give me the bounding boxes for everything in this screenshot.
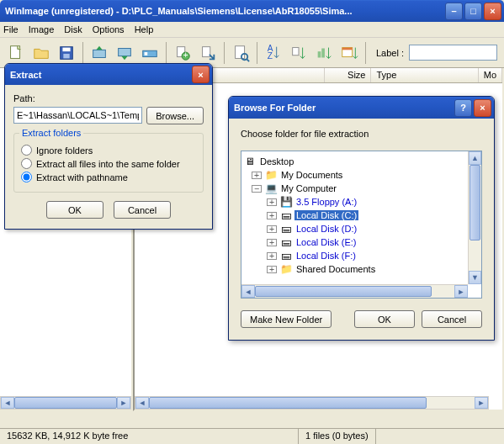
main-titlebar: WinImage (unregistered) - D:\PLC_Manuals…	[0, 0, 504, 22]
sort-name-icon[interactable]	[288, 42, 310, 64]
svg-text:+: +	[183, 50, 188, 60]
expand-icon[interactable]: +	[267, 252, 277, 260]
write-disk-icon[interactable]	[114, 42, 135, 64]
scroll-right-icon[interactable]: ►	[454, 285, 468, 298]
extract-folders-group: Extract folders Ignore folders Extract a…	[13, 133, 204, 193]
svg-rect-2	[62, 47, 70, 51]
tree-vscroll[interactable]: ▲▼	[468, 151, 481, 284]
browse-cancel-button[interactable]: Cancel	[422, 310, 482, 328]
tree-shared[interactable]: +📁Shared Documents	[243, 262, 480, 276]
desktop-icon: 🖥	[243, 155, 257, 168]
path-label: Path:	[13, 93, 204, 103]
tree-mycomp[interactable]: −💻My Computer	[243, 182, 480, 195]
path-input[interactable]	[13, 107, 142, 124]
browse-title: Browse For Folder	[234, 103, 454, 113]
disk-icon: 🖴	[279, 209, 293, 222]
col-mod[interactable]: Mo	[479, 68, 502, 82]
make-folder-button[interactable]: Make New Folder	[241, 310, 332, 328]
tree-mydocs[interactable]: +📁My Documents	[243, 168, 480, 182]
sort-size-icon[interactable]	[313, 42, 335, 64]
folder-icon: 📁	[279, 262, 293, 276]
sort-date-icon[interactable]	[338, 42, 360, 64]
minimize-button[interactable]: –	[445, 3, 463, 20]
tree-cdisk[interactable]: +🖴Local Disk (C:)	[243, 209, 480, 222]
new-icon[interactable]	[5, 42, 27, 64]
tree-fdisk[interactable]: +🖴Local Disk (F:)	[243, 249, 480, 262]
scroll-right-icon[interactable]: ►	[117, 397, 130, 409]
svg-rect-19	[321, 48, 325, 57]
browse-close-button[interactable]: ×	[474, 99, 491, 117]
menu-file[interactable]: File	[3, 24, 19, 34]
tree-desktop[interactable]: 🖥Desktop	[243, 155, 480, 168]
tree-ddisk[interactable]: +🖴Local Disk (D:)	[243, 222, 480, 235]
extract-close-button[interactable]: ×	[192, 66, 210, 83]
status-right: 1 files (0 bytes)	[299, 429, 376, 444]
tree-floppy[interactable]: +💾3.5 Floppy (A:)	[243, 195, 480, 209]
col-size[interactable]: Size	[325, 68, 371, 82]
browse-hint: Choose folder for file extraction	[241, 129, 482, 139]
radio-ignore[interactable]: Ignore folders	[21, 145, 196, 156]
help-button[interactable]: ?	[454, 99, 472, 117]
svg-rect-11	[203, 46, 210, 56]
scroll-left-icon[interactable]: ◄	[241, 285, 255, 298]
browse-ok-button[interactable]: OK	[354, 310, 415, 328]
radio-pathname[interactable]: Extract with pathname	[21, 172, 196, 182]
extract-ok-button[interactable]: OK	[46, 201, 103, 219]
close-button[interactable]: ×	[484, 3, 501, 20]
disk-icon: 🖴	[279, 249, 293, 262]
expand-icon[interactable]: +	[267, 225, 277, 233]
svg-rect-17	[293, 47, 299, 55]
open-icon[interactable]	[30, 42, 52, 64]
statusbar: 15632 KB, 14,912 K byte free 1 files (0 …	[0, 428, 504, 444]
window-title: WinImage (unregistered) - D:\PLC_Manuals…	[5, 6, 445, 16]
collapse-icon[interactable]: −	[252, 185, 262, 193]
svg-rect-3	[63, 53, 69, 57]
floppy-icon: 💾	[279, 195, 293, 209]
svg-rect-4	[93, 50, 106, 57]
extract-dialog: Extract × Path: Browse... Extract folder…	[4, 63, 213, 230]
format-icon[interactable]	[139, 42, 161, 64]
disk-icon: 🖴	[279, 235, 293, 249]
label-input[interactable]	[409, 45, 497, 61]
expand-icon[interactable]: +	[267, 266, 277, 273]
svg-rect-5	[119, 48, 131, 56]
read-disk-icon[interactable]	[88, 42, 110, 64]
group-legend: Extract folders	[19, 128, 83, 138]
svg-rect-21	[342, 47, 353, 50]
radio-same[interactable]: Extract all files into the same folder	[21, 158, 196, 169]
scroll-left-icon[interactable]: ◄	[135, 397, 149, 409]
svg-rect-7	[145, 52, 148, 56]
svg-rect-18	[318, 51, 321, 57]
expand-icon[interactable]: +	[267, 198, 277, 206]
menu-help[interactable]: Help	[135, 24, 154, 34]
properties-icon[interactable]	[230, 42, 252, 64]
save-icon[interactable]	[56, 42, 77, 64]
svg-line-14	[247, 59, 249, 61]
menu-image[interactable]: Image	[29, 24, 55, 34]
folder-tree[interactable]: 🖥Desktop +📁My Documents −💻My Computer +💾…	[241, 151, 482, 299]
inject-icon[interactable]: +	[172, 42, 194, 64]
browse-button[interactable]: Browse...	[146, 107, 204, 124]
scroll-down-icon[interactable]: ▼	[469, 271, 481, 284]
computer-icon: 💻	[264, 182, 278, 195]
scroll-up-icon[interactable]: ▲	[469, 151, 481, 165]
scroll-right-icon[interactable]: ►	[475, 397, 488, 409]
menubar: File Image Disk Options Help	[0, 22, 504, 38]
tree-hscroll[interactable]: ◄►	[241, 284, 468, 298]
svg-rect-12	[236, 45, 245, 58]
expand-icon[interactable]: +	[267, 212, 277, 219]
svg-text:Z: Z	[268, 51, 273, 61]
scroll-left-icon[interactable]: ◄	[1, 397, 14, 409]
disk-icon: 🖴	[279, 222, 293, 235]
sort-az-icon[interactable]: AZ	[263, 42, 284, 64]
expand-icon[interactable]: +	[267, 239, 277, 246]
maximize-button[interactable]: □	[464, 3, 482, 20]
menu-disk[interactable]: Disk	[64, 24, 82, 34]
tree-edisk[interactable]: +🖴Local Disk (E:)	[243, 235, 480, 249]
status-left: 15632 KB, 14,912 K byte free	[0, 429, 299, 444]
menu-options[interactable]: Options	[93, 24, 125, 34]
expand-icon[interactable]: +	[252, 172, 262, 179]
col-type[interactable]: Type	[371, 68, 478, 82]
extract-icon[interactable]	[197, 42, 219, 64]
extract-cancel-button[interactable]: Cancel	[114, 201, 171, 219]
